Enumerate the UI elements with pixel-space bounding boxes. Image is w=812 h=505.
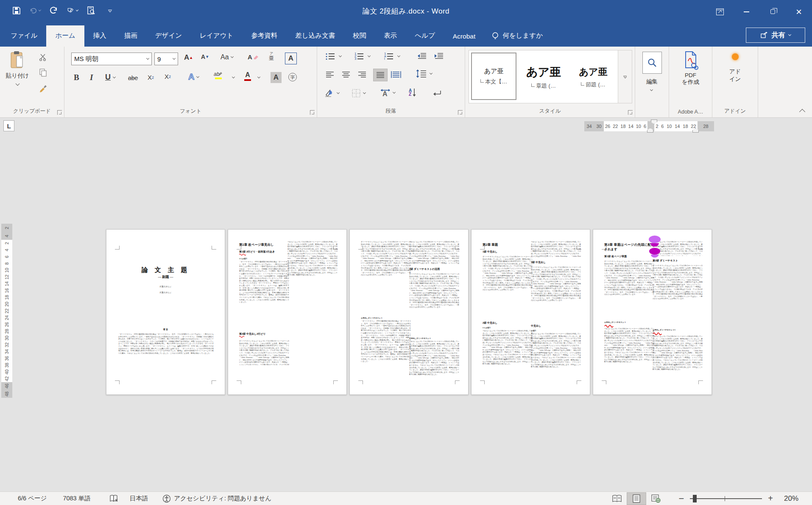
tab-mailings[interactable]: 差し込み文書: [286, 25, 344, 47]
word-count[interactable]: 7083 単語: [63, 494, 90, 502]
grow-font-icon[interactable]: A▲: [184, 53, 193, 62]
ribbon-display-options-icon[interactable]: [707, 0, 733, 23]
numbering-icon[interactable]: 123: [354, 53, 370, 60]
style-section-title[interactable]: あア亜 節題 (…: [569, 53, 617, 101]
tell-me-box[interactable]: 何をしますか: [484, 25, 550, 47]
web-layout-icon[interactable]: [646, 492, 666, 505]
zoom-in-button[interactable]: +: [768, 494, 773, 503]
sort-icon[interactable]: AZ: [409, 88, 416, 97]
bold-icon[interactable]: B: [74, 73, 79, 82]
page-4[interactable]: 第2章 章題 1節 中見出し ダミーテキストをもとにもとづいて次の版のオペレータ…: [471, 229, 590, 395]
increase-indent-icon[interactable]: [434, 53, 444, 59]
collapse-ribbon-icon[interactable]: [799, 109, 805, 115]
tab-references[interactable]: 参考資料: [242, 25, 286, 47]
page-indicator[interactable]: 6/6 ページ: [18, 494, 47, 502]
character-scaling-icon[interactable]: A: [380, 88, 395, 97]
underline-icon[interactable]: U: [105, 73, 115, 82]
styles-dialog-launcher[interactable]: [628, 110, 633, 115]
strikethrough-icon[interactable]: abe: [128, 75, 138, 81]
zoom-thumb[interactable]: [693, 495, 697, 502]
ruler-number: 2: [4, 242, 9, 244]
shrink-font-icon[interactable]: A▼: [201, 53, 209, 60]
page-3[interactable]: ダミーテキストをもとにもとづいて次の版のオペレーターへの指示を作成していました。…: [349, 229, 469, 395]
restore-icon[interactable]: [759, 0, 786, 23]
subscript-icon[interactable]: X2: [148, 74, 154, 81]
section-heading: 3節 中見出し: [531, 261, 581, 264]
page-1[interactable]: 論 文 主 題 ― 副題 ― 所属:氏名など 所属:氏名など 要 旨 「ダミーテ…: [106, 229, 225, 395]
align-left-icon[interactable]: [326, 71, 334, 78]
tab-insert[interactable]: 挿入: [84, 25, 115, 47]
share-button[interactable]: 共有: [746, 28, 805, 43]
clear-formatting-icon[interactable]: A: [248, 53, 259, 61]
multilevel-list-icon[interactable]: 1ai: [384, 53, 400, 60]
horizontal-ruler[interactable]: 3430 26221814106 2610141822 28: [584, 121, 714, 132]
zoom-out-button[interactable]: −: [678, 493, 684, 504]
document-area[interactable]: L 3430 26221814106 2610141822 28 24 2468…: [0, 118, 812, 491]
paragraph-marks-icon[interactable]: [433, 88, 443, 97]
style-chapter-title[interactable]: あア亜 章題 (…: [519, 53, 567, 101]
font-color-icon[interactable]: A: [244, 71, 251, 81]
font-size-value: 9: [157, 55, 161, 63]
editing-label[interactable]: 編集: [635, 78, 669, 86]
zoom-slider[interactable]: [690, 498, 762, 499]
page-2[interactable]: 第1章 改ページ章見出し 第1節 2行どり・前段落1行あき 1-1.小項目 「ダ…: [228, 229, 347, 395]
circle-character-icon[interactable]: 字: [288, 73, 297, 81]
tab-file[interactable]: ファイル: [2, 25, 46, 47]
align-center-icon[interactable]: [342, 71, 350, 78]
text-effects-icon[interactable]: A: [188, 72, 199, 82]
close-icon[interactable]: ×: [786, 0, 812, 23]
paste-button[interactable]: 貼り付け: [4, 51, 31, 101]
phonetic-guide-icon[interactable]: ア亜: [269, 52, 274, 60]
page-5[interactable]: 第3章 章題はページの先頭に配置されます 第1節 改ページ章題 ダミーテキストを…: [593, 229, 712, 395]
zoom-level[interactable]: 20%: [784, 494, 798, 503]
balloon-shapes[interactable]: [647, 236, 663, 258]
font-size-combo[interactable]: 9: [154, 53, 178, 65]
section-heading: 2節 中見出し: [483, 321, 533, 325]
align-right-icon[interactable]: [358, 71, 366, 78]
tab-draw[interactable]: 描画: [115, 25, 146, 47]
minimize-icon[interactable]: [733, 0, 759, 23]
read-mode-icon[interactable]: [607, 492, 627, 505]
shading-icon[interactable]: [325, 89, 339, 97]
find-button[interactable]: [642, 52, 662, 74]
italic-icon[interactable]: I: [90, 73, 93, 82]
editing-chevron-icon[interactable]: [650, 88, 653, 91]
format-painter-icon[interactable]: [39, 84, 47, 94]
change-case-icon[interactable]: Aa: [220, 53, 233, 61]
clipboard-dialog-launcher[interactable]: [57, 110, 62, 115]
font-color-chevron-icon[interactable]: [257, 75, 260, 78]
font-name-combo[interactable]: MS 明朝: [71, 53, 152, 65]
tab-review[interactable]: 校閲: [344, 25, 375, 47]
print-layout-icon[interactable]: [627, 492, 646, 505]
decrease-indent-icon[interactable]: [417, 53, 427, 59]
character-shading-icon[interactable]: A: [271, 72, 282, 83]
tab-stop-selector[interactable]: L: [3, 120, 14, 131]
highlight-chevron-icon[interactable]: [232, 75, 235, 78]
language-indicator[interactable]: 日本語: [130, 494, 148, 502]
styles-gallery-more-button[interactable]: [618, 50, 632, 103]
accessibility-status[interactable]: アクセシビリティ: 問題ありません: [162, 494, 271, 503]
tab-layout[interactable]: レイアウト: [191, 25, 242, 47]
distribute-icon[interactable]: [391, 71, 401, 78]
style-body-text[interactable]: あア亜 本文【…: [471, 53, 516, 100]
tab-view[interactable]: 表示: [375, 25, 406, 47]
enclose-characters-icon[interactable]: A: [285, 53, 297, 64]
tab-design[interactable]: デザイン: [146, 25, 191, 47]
create-pdf-button[interactable]: PDF を作成: [669, 51, 712, 86]
bullets-icon[interactable]: •••: [326, 53, 341, 60]
highlight-color-icon[interactable]: ab: [214, 71, 223, 79]
line-spacing-icon[interactable]: [416, 69, 432, 78]
tab-help[interactable]: ヘルプ: [406, 25, 444, 47]
cut-icon[interactable]: [39, 53, 47, 62]
borders-icon[interactable]: [352, 89, 366, 97]
superscript-icon[interactable]: X2: [165, 73, 171, 80]
tab-acrobat[interactable]: Acrobat: [444, 27, 484, 47]
tab-home[interactable]: ホーム: [46, 25, 84, 47]
addins-button[interactable]: アド イン: [712, 53, 758, 83]
justify-icon[interactable]: [373, 69, 388, 81]
font-dialog-launcher[interactable]: [310, 110, 315, 115]
copy-icon[interactable]: [39, 68, 47, 78]
vertical-ruler[interactable]: 24 2468101214161820222426283032343638404…: [1, 224, 12, 398]
proofing-icon[interactable]: [109, 495, 119, 502]
paragraph-dialog-launcher[interactable]: [458, 110, 463, 115]
